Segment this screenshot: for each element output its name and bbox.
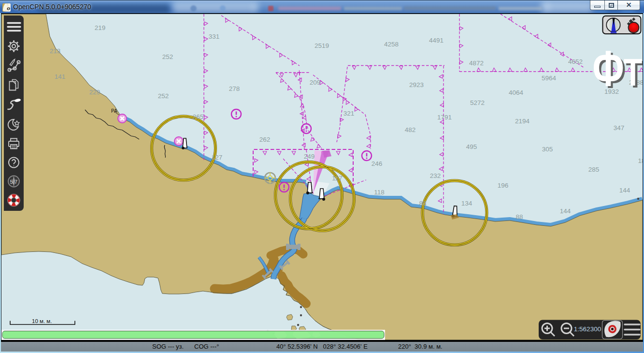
svg-text:PA: PA [111,108,117,114]
svg-text:117: 117 [332,175,343,182]
svg-text:144: 144 [619,187,630,194]
svg-text:321: 321 [343,110,355,117]
svg-text:5964: 5964 [542,74,557,82]
svg-text:252: 252 [158,92,169,100]
svg-text:262: 262 [259,136,271,143]
svg-text:4872: 4872 [469,59,484,67]
svg-text:134: 134 [461,200,472,207]
svg-text:2194: 2194 [515,118,530,125]
svg-text:141: 141 [55,73,66,80]
svg-text:4491: 4491 [429,37,444,44]
svg-text:265: 265 [193,113,204,120]
svg-text:285: 285 [588,166,600,173]
svg-text:4258: 4258 [384,41,399,48]
svg-text:5.7: 5.7 [10,179,17,185]
svg-text:196: 196 [498,182,509,189]
svg-text:278: 278 [229,85,240,92]
svg-text:249: 249 [304,153,315,160]
svg-text:252: 252 [162,53,173,60]
svg-text:209: 209 [310,79,321,86]
svg-text:305: 305 [542,146,553,153]
svg-text:88: 88 [419,200,426,207]
svg-text:10 м. м.: 10 м. м. [32,318,52,324]
svg-text:331: 331 [209,33,220,40]
svg-text:4064: 4064 [509,89,524,96]
svg-text:482: 482 [405,126,416,133]
svg-text:Ф: Ф [592,40,624,96]
svg-text:213: 213 [50,47,61,55]
svg-text:127: 127 [212,154,223,161]
svg-text:2519: 2519 [315,42,329,49]
svg-text:5272: 5272 [470,99,485,106]
svg-text:246: 246 [372,160,383,167]
svg-text:229: 229 [89,88,100,96]
svg-text:1:562300: 1:562300 [574,325,601,333]
svg-text:Т: Т [624,51,643,93]
svg-text:232: 232 [430,172,441,179]
svg-text:118: 118 [374,189,385,196]
svg-text:1791: 1791 [437,114,452,121]
svg-text:4652: 4652 [568,58,583,65]
svg-text:347: 347 [614,124,625,132]
svg-text:144: 144 [560,207,571,215]
svg-text:88: 88 [515,213,523,221]
svg-text:18: 18 [638,157,643,164]
svg-text:2923: 2923 [409,81,424,88]
svg-text:495: 495 [466,143,477,150]
svg-text:219: 219 [95,24,106,31]
